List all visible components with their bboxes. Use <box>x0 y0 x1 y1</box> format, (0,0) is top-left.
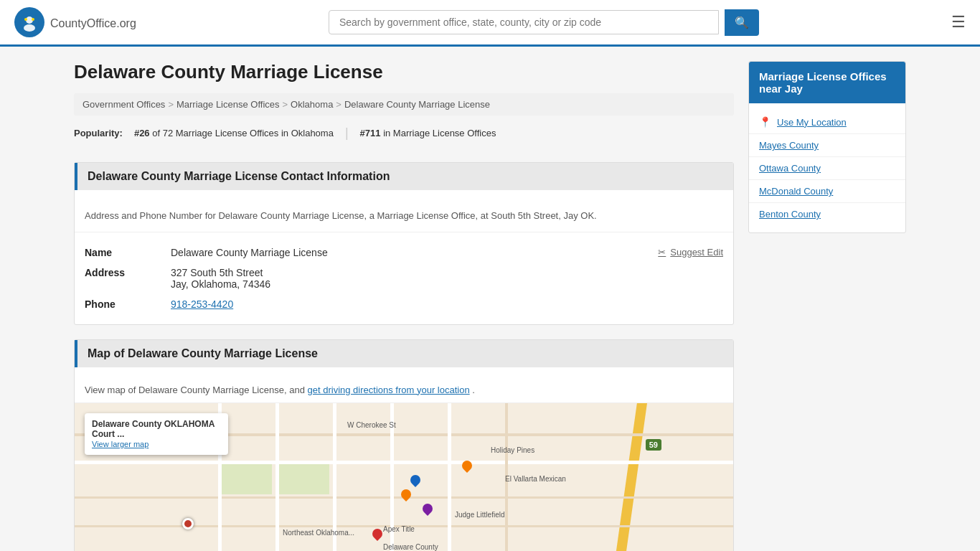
location-pin-icon: 📍 <box>759 116 771 128</box>
breadcrumb-sep-2: > <box>283 99 288 110</box>
mcdonald-county-link[interactable]: McDonald County <box>759 186 833 197</box>
map-label-judge: Judge Littlefield <box>455 511 505 519</box>
map-label-northeast: Northeast Oklahoma... <box>283 529 354 537</box>
popularity-rank2: #711 in Marriage License Offices <box>360 128 496 138</box>
popularity-label: Popularity: <box>74 128 123 138</box>
driving-directions-link[interactable]: get driving directions from your locatio… <box>308 385 470 395</box>
sidebar-item-mcdonald: McDonald County <box>749 180 905 203</box>
name-value: Delaware County Marriage License <box>171 247 328 258</box>
map-label-el-vallarta: El Vallarta Mexican <box>505 475 566 483</box>
sidebar-item-location: 📍 Use My Location <box>749 110 905 134</box>
map-label-holiday: Holiday Pines <box>491 446 534 454</box>
content-area: Delaware County Marriage License Governm… <box>74 61 734 551</box>
edit-icon: ✂ <box>658 247 666 258</box>
sidebar-card: Marriage License Offices near Jay 📍 Use … <box>748 61 906 233</box>
view-larger-map-link[interactable]: View larger map <box>92 440 149 448</box>
contact-info-table: Name Delaware County Marriage License ✂ … <box>75 232 733 324</box>
map-container: W Cherokee St W Cherokee St Holiday Pine… <box>75 403 733 552</box>
map-section: Map of Delaware County Marriage License … <box>74 339 734 552</box>
address-label: Address <box>85 267 171 278</box>
phone-row: Phone 918-253-4420 <box>85 294 723 314</box>
header: CountyOffice.org 🔍 ☰ <box>0 0 980 47</box>
search-input[interactable] <box>329 10 719 34</box>
logo-icon <box>14 7 44 37</box>
breadcrumb-sep-3: > <box>336 99 341 110</box>
logo-text: CountyOffice.org <box>50 13 136 32</box>
contact-section: Delaware County Marriage License Contact… <box>74 162 734 325</box>
popularity-divider: | <box>345 126 349 141</box>
search-button[interactable]: 🔍 <box>725 9 759 36</box>
search-icon: 🔍 <box>735 17 749 29</box>
hamburger-menu-icon[interactable]: ☰ <box>951 13 966 32</box>
phone-label: Phone <box>85 298 171 310</box>
contact-section-header: Delaware County Marriage License Contact… <box>75 163 733 190</box>
map-label-cherokee-e: W Cherokee St <box>347 421 396 429</box>
map-pin-purple <box>420 501 435 516</box>
map-popup-title: Delaware County OKLAHOMA Court ... <box>92 419 215 439</box>
breadcrumb: Government Offices > Marriage License Of… <box>74 93 734 116</box>
search-area: 🔍 <box>329 9 759 36</box>
highway-59-label: 59 <box>646 439 661 451</box>
page-title: Delaware County Marriage License <box>74 61 734 83</box>
main-container: Delaware County Marriage License Governm… <box>60 47 920 551</box>
suggest-edit-button[interactable]: ✂ Suggest Edit <box>658 247 723 258</box>
breadcrumb-sep-1: > <box>168 99 174 110</box>
phone-link[interactable]: 918-253-4420 <box>171 298 233 310</box>
use-my-location-link[interactable]: Use My Location <box>777 117 847 128</box>
breadcrumb-link-oklahoma[interactable]: Oklahoma <box>291 99 333 110</box>
map-label-apex: Apex Title <box>383 525 415 533</box>
sidebar-item-ottawa: Ottawa County <box>749 157 905 180</box>
location-dot <box>182 518 194 529</box>
contact-description: Address and Phone Number for Delaware Co… <box>75 200 733 232</box>
svg-point-2 <box>24 24 35 32</box>
svg-point-4 <box>32 18 34 21</box>
phone-value: 918-253-4420 <box>171 298 233 310</box>
ottawa-county-link[interactable]: Ottawa County <box>759 163 821 174</box>
address-row: Address 327 South 5th Street Jay, Oklaho… <box>85 263 723 294</box>
map-pin-blue <box>408 473 423 487</box>
sidebar: Marriage License Offices near Jay 📍 Use … <box>748 61 906 551</box>
breadcrumb-link-current[interactable]: Delaware County Marriage License <box>344 99 490 110</box>
map-description: View map of Delaware County Marriage Lic… <box>75 377 733 403</box>
map-label-delaware-court: Delaware County <box>383 543 438 551</box>
sidebar-title: Marriage License Offices near Jay <box>749 62 905 103</box>
map-section-header: Map of Delaware County Marriage License <box>75 340 733 367</box>
breadcrumb-link-marriage[interactable]: Marriage License Offices <box>176 99 280 110</box>
map-pin-red <box>370 527 385 541</box>
mayes-county-link[interactable]: Mayes County <box>759 140 819 151</box>
name-label: Name <box>85 247 171 258</box>
svg-point-3 <box>24 18 27 21</box>
address-value: 327 South 5th Street Jay, Oklahoma, 7434… <box>171 267 270 290</box>
sidebar-item-mayes: Mayes County <box>749 134 905 157</box>
logo-area: CountyOffice.org <box>14 7 136 37</box>
benton-county-link[interactable]: Benton County <box>759 209 821 220</box>
name-row: Name Delaware County Marriage License ✂ … <box>85 242 723 263</box>
breadcrumb-link-govt[interactable]: Government Offices <box>83 99 165 110</box>
map-popup: Delaware County OKLAHOMA Court ... View … <box>85 413 228 455</box>
popularity-row: Popularity: #26 of 72 Marriage License O… <box>74 126 734 148</box>
popularity-rank1: #26 of 72 Marriage License Offices in Ok… <box>134 128 334 138</box>
sidebar-item-benton: Benton County <box>749 203 905 225</box>
sidebar-list: 📍 Use My Location Mayes County Ottawa Co… <box>749 103 905 232</box>
map-pin-orange <box>399 487 413 501</box>
